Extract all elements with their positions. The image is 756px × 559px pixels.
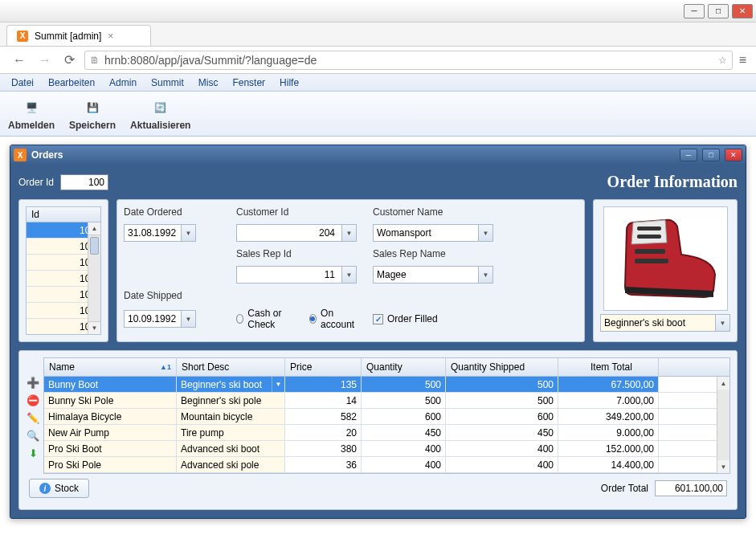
chevron-down-icon[interactable]: ▼ xyxy=(272,377,284,392)
cell-total: 67.500,00 xyxy=(558,377,659,392)
cell-total: 14.400,00 xyxy=(558,457,659,472)
date-ordered-field[interactable]: 31.08.1992▼ xyxy=(124,224,196,242)
scroll-up-icon[interactable]: ▲ xyxy=(717,377,729,390)
menu-fenster[interactable]: Fenster xyxy=(226,75,272,90)
cell-price: 14 xyxy=(285,393,362,408)
col-price[interactable]: Price xyxy=(285,358,362,376)
table-row[interactable]: Bunny BootBeginner's ski boot▼1355005006… xyxy=(44,377,729,393)
menu-bearbeiten[interactable]: Bearbeiten xyxy=(42,75,101,90)
save-button[interactable]: 💾 Speichern xyxy=(69,97,116,131)
cell-name: Pro Ski Boot xyxy=(44,441,177,456)
window-titlebar[interactable]: X Orders ─ □ ✕ xyxy=(10,145,746,165)
customer-name-field[interactable]: Womansport▼ xyxy=(373,224,493,242)
url-input[interactable] xyxy=(104,54,713,67)
export-icon[interactable]: ⬇ xyxy=(26,446,40,460)
forward-button[interactable]: → xyxy=(35,51,55,69)
grid-header: Name▲1 Short Desc Price Quantity Quantit… xyxy=(44,358,729,377)
cell-qty: 600 xyxy=(362,409,446,424)
add-row-icon[interactable]: ➕ xyxy=(26,375,40,390)
bookmark-icon[interactable]: ☆ xyxy=(718,55,727,66)
cell-qty-shipped: 450 xyxy=(446,425,558,440)
id-scrollbar[interactable]: ▲ ▼ xyxy=(88,222,100,334)
reload-button[interactable]: ⟳ xyxy=(61,51,78,69)
cell-price: 20 xyxy=(285,425,362,440)
grid-scrollbar[interactable]: ▲ ▼ xyxy=(717,377,729,473)
cell-price: 36 xyxy=(285,457,362,472)
scroll-up-icon[interactable]: ▲ xyxy=(88,222,100,235)
cell-name: Bunny Ski Pole xyxy=(44,393,177,408)
edit-row-icon[interactable]: ✏️ xyxy=(26,410,40,425)
chevron-down-icon: ▼ xyxy=(478,267,492,283)
refresh-button[interactable]: 🔄 Aktualisieren xyxy=(130,97,190,131)
customer-id-field[interactable]: 204▼ xyxy=(236,224,357,242)
menu-hilfe[interactable]: Hilfe xyxy=(273,75,305,90)
tab-close-icon[interactable]: × xyxy=(108,31,113,42)
sales-rep-id-field[interactable]: 11▼ xyxy=(236,266,357,284)
menu-admin[interactable]: Admin xyxy=(103,75,143,90)
sales-rep-name-field[interactable]: Magee▼ xyxy=(373,266,493,284)
browser-menu-button[interactable]: ≡ xyxy=(739,53,746,67)
logout-icon: 🖥️ xyxy=(21,97,42,118)
chevron-down-icon: ▼ xyxy=(181,311,195,327)
browser-tab[interactable]: X Summit [admin] × xyxy=(6,25,151,46)
window-minimize-button[interactable]: ─ xyxy=(680,149,697,161)
product-image xyxy=(603,206,728,311)
window-maximize-button[interactable]: □ xyxy=(702,149,720,161)
table-row[interactable]: Pro Ski BootAdvanced ski boot38040040015… xyxy=(44,441,729,457)
order-filled-checkbox[interactable]: ✓Order Filled xyxy=(373,313,493,324)
svg-rect-0 xyxy=(637,226,661,231)
search-row-icon[interactable]: 🔍 xyxy=(26,428,40,443)
order-details-panel: Date Ordered Customer Id Customer Name 3… xyxy=(116,199,585,342)
window-close-button[interactable]: ✕ xyxy=(725,149,742,161)
cell-qty: 400 xyxy=(362,457,446,472)
cell-desc: Beginner's ski boot▼ xyxy=(177,377,285,392)
col-quantity[interactable]: Quantity xyxy=(362,358,446,376)
table-row[interactable]: Pro Ski PoleAdvanced ski pole3640040014.… xyxy=(44,457,729,473)
cell-total: 349.200,00 xyxy=(558,409,659,424)
cell-qty: 500 xyxy=(362,393,446,408)
back-button[interactable]: ← xyxy=(10,51,29,69)
col-item-total[interactable]: Item Total xyxy=(558,358,659,376)
cell-qty-shipped: 500 xyxy=(446,393,558,408)
cell-price: 582 xyxy=(285,409,362,424)
on-account-radio[interactable]: On account xyxy=(309,308,357,330)
cell-qty-shipped: 400 xyxy=(446,457,558,472)
col-short-desc[interactable]: Short Desc xyxy=(177,358,285,376)
table-row[interactable]: Bunny Ski PoleBeginner's ski pole1450050… xyxy=(44,393,729,409)
cash-or-check-radio[interactable]: Cash or Check xyxy=(236,308,295,330)
os-close-button[interactable]: ✕ xyxy=(732,4,753,18)
col-name[interactable]: Name▲1 xyxy=(44,358,177,376)
scroll-down-icon[interactable]: ▼ xyxy=(717,460,729,473)
cell-total: 152.000,00 xyxy=(558,441,659,456)
os-minimize-button[interactable]: ─ xyxy=(684,4,705,18)
order-id-label: Order Id xyxy=(18,177,54,188)
date-shipped-field[interactable]: 10.09.1992▼ xyxy=(124,310,196,328)
cell-name: New Air Pump xyxy=(44,425,177,440)
grid-side-toolbar: ➕ ⛔ ✏️ 🔍 ⬇ xyxy=(26,357,42,474)
cell-desc: Tire pump xyxy=(177,425,285,440)
chevron-down-icon: ▼ xyxy=(341,225,356,241)
svg-rect-2 xyxy=(635,249,665,254)
delete-row-icon[interactable]: ⛔ xyxy=(26,393,40,407)
col-quantity-shipped[interactable]: Quantity Shipped xyxy=(446,358,558,376)
menu-misc[interactable]: Misc xyxy=(192,75,225,90)
os-maximize-button[interactable]: □ xyxy=(708,4,729,18)
url-box[interactable]: 🗎 ☆ xyxy=(84,51,733,70)
grid-body: Bunny BootBeginner's ski boot▼1355005006… xyxy=(44,377,729,473)
table-row[interactable]: Himalaya BicycleMountain bicycle58260060… xyxy=(44,409,729,425)
id-header[interactable]: Id xyxy=(26,206,101,222)
stock-button[interactable]: i Stock xyxy=(29,479,89,498)
date-ordered-label: Date Ordered xyxy=(124,206,220,218)
product-desc-field[interactable]: Beginner's ski boot▼ xyxy=(600,314,730,332)
page-title: Order Information xyxy=(607,173,738,191)
logout-button[interactable]: 🖥️ Abmelden xyxy=(8,97,55,131)
id-list-panel: Id 100 101 102 103 104 105 106 ▲ ▼ xyxy=(18,199,108,342)
id-list: 100 101 102 103 104 105 106 ▲ ▼ xyxy=(26,222,101,335)
scroll-thumb[interactable] xyxy=(90,237,99,255)
menu-datei[interactable]: Datei xyxy=(5,75,40,90)
app-menubar: Datei Bearbeiten Admin Summit Misc Fenst… xyxy=(0,74,756,92)
order-id-input[interactable] xyxy=(60,174,108,190)
scroll-down-icon[interactable]: ▼ xyxy=(88,321,100,334)
menu-summit[interactable]: Summit xyxy=(145,75,190,90)
table-row[interactable]: New Air PumpTire pump204504509.000,00 xyxy=(44,425,729,441)
